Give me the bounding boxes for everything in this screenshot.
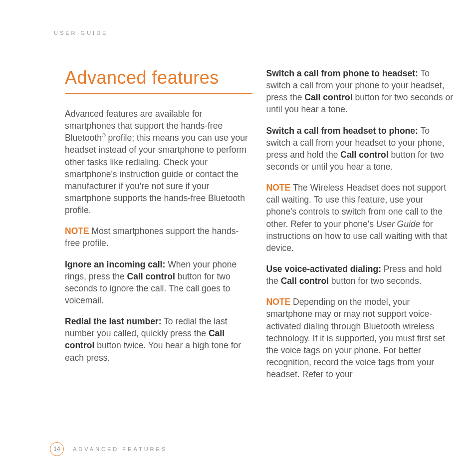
note-1: NOTE Most smartphones support the hands-…: [65, 225, 252, 249]
redial-label: Redial the last number:: [65, 316, 162, 326]
page-number: 14: [50, 442, 64, 456]
footer-section-label: ADVANCED FEATURES: [73, 446, 167, 452]
voice-label: Use voice-activated dialing:: [266, 264, 382, 274]
switch-headset-phone-paragraph: Switch a call from headset to phone: To …: [266, 125, 454, 173]
voice-b: button for two seconds.: [329, 276, 422, 286]
note-label: NOTE: [65, 226, 89, 236]
switch-ph-label: Switch a call from phone to headset:: [266, 68, 418, 78]
ignore-call-label: Ignore an incoming call:: [65, 259, 165, 269]
voice-dialing-paragraph: Use voice-activated dialing: Press and h…: [266, 263, 454, 287]
call-control-ref: Call control: [281, 276, 329, 286]
header-label: USER GUIDE: [54, 30, 108, 36]
switch-hs-label: Switch a call from headset to phone:: [266, 126, 418, 136]
note-3: NOTE Depending on the model, your smartp…: [266, 296, 454, 380]
note-2: NOTE The Wireless Headset does not suppo…: [266, 182, 454, 254]
note-label: NOTE: [266, 183, 291, 193]
left-column: Advanced features Advanced features are …: [65, 67, 252, 389]
ignore-call-paragraph: Ignore an incoming call: When your phone…: [65, 258, 252, 307]
right-column: Switch a call from phone to headset: To …: [266, 67, 454, 389]
registered-mark: ®: [102, 132, 106, 138]
content-area: Advanced features Advanced features are …: [65, 67, 454, 389]
switch-phone-headset-paragraph: Switch a call from phone to headset: To …: [266, 67, 454, 116]
call-control-ref: Call control: [304, 92, 352, 102]
intro-text-b: profile; this means you can use your hea…: [65, 133, 248, 215]
call-control-ref: Call control: [127, 271, 175, 281]
page-footer: 14 ADVANCED FEATURES: [50, 442, 167, 456]
page-title: Advanced features: [65, 67, 252, 94]
redial-paragraph: Redial the last number: To redial the la…: [65, 315, 252, 364]
call-control-ref: Call control: [340, 150, 388, 160]
note3-text: Depending on the model, your smartphone …: [266, 297, 446, 379]
user-guide-ref: User Guide: [376, 219, 421, 229]
note-label: NOTE: [266, 297, 291, 307]
note-1-text: Most smartphones support the hands-free …: [65, 226, 238, 248]
intro-paragraph: Advanced features are available for smar…: [65, 108, 252, 216]
